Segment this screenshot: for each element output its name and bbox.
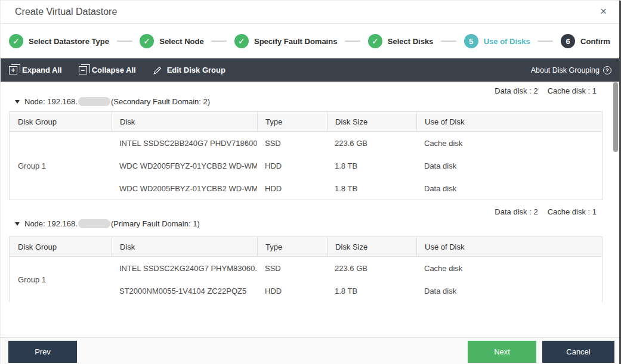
step-connector (537, 41, 553, 42)
size-cell: 223.6 GB (327, 264, 416, 273)
about-disk-grouping-link[interactable]: About Disk Grouping ? (531, 66, 611, 74)
disk-group-table: Disk Group Disk Type Disk Size Use of Di… (9, 111, 603, 200)
disk-group-table: Disk Group Disk Type Disk Size Use of Di… (9, 237, 603, 302)
step-use-of-disks[interactable]: 5 Use of Disks (464, 34, 530, 48)
disk-counts: Data disk : 2 Cache disk : 1 (495, 207, 597, 216)
type-cell: SSD (257, 264, 327, 273)
step-connector (441, 41, 456, 42)
step-number-badge: 5 (464, 34, 478, 48)
column-header-type: Type (257, 112, 327, 131)
size-cell: 1.8 TB (327, 184, 416, 193)
node-section-header: Node: 192.168.(Primary Fault Domain: 1) … (1, 200, 621, 237)
step-label: Use of Disks (484, 37, 530, 46)
disk-counts: Data disk : 2 Cache disk : 1 (495, 86, 597, 95)
column-header-disk: Disk (112, 112, 257, 131)
type-cell: HDD (257, 184, 327, 193)
step-number-badge: 6 (561, 34, 575, 48)
data-disk-count: Data disk : 2 (495, 86, 537, 95)
collapse-all-label: Collapse All (92, 66, 136, 74)
prev-button[interactable]: Prev (8, 341, 77, 363)
collapse-all-button[interactable]: − Collapse All (79, 66, 136, 74)
node-label: Node: 192.168. (24, 219, 78, 228)
step-label: Select Disks (388, 37, 434, 46)
column-header-disk-group: Disk Group (10, 112, 112, 131)
node-toggle[interactable]: Node: 192.168.(Secondary Fault Domain: 2… (15, 97, 210, 106)
disk-cell: WDC WD2005FBYZ-01YCBB2 WD-WM... (112, 161, 257, 170)
table-body: Group 1 INTEL SSDSC2BB240G7 PHDV718600..… (10, 132, 602, 200)
step-select-datastore-type[interactable]: ✓ Select Datastore Type (9, 34, 109, 48)
edit-pencil-icon (153, 66, 162, 75)
group-name-cell: Group 1 (10, 257, 112, 302)
step-connector (345, 41, 360, 42)
type-cell: HDD (257, 161, 327, 170)
use-cell: Cache disk (416, 139, 602, 148)
chevron-down-icon (15, 100, 20, 104)
collapse-all-icon: − (79, 66, 87, 74)
dialog-footer: Prev Next Cancel (1, 337, 621, 364)
wizard-steps: ✓ Select Datastore Type ✓ Select Node ✓ … (1, 24, 621, 58)
node-toggle[interactable]: Node: 192.168.(Primary Fault Domain: 1) (15, 219, 200, 228)
node-domain-label: (Primary Fault Domain: 1) (111, 219, 200, 228)
use-cell: Data disk (416, 161, 602, 170)
cache-disk-count: Cache disk : 1 (548, 207, 597, 216)
create-virtual-datastore-dialog: Create Virtual Datastore × ✓ Select Data… (0, 0, 621, 364)
step-confirm[interactable]: 6 Confirm (561, 34, 610, 48)
node-label: Node: 192.168. (24, 97, 78, 106)
close-icon[interactable]: × (600, 1, 607, 22)
use-cell: Data disk (416, 184, 602, 193)
node-section-primary: Node: 192.168.(Primary Fault Domain: 1) … (1, 200, 621, 302)
cancel-button[interactable]: Cancel (542, 341, 614, 363)
table-row: WDC WD2005FBYZ-01YCBB2 WD-WM... HDD 1.8 … (112, 177, 602, 200)
about-disk-grouping-label: About Disk Grouping (531, 66, 600, 74)
group-name-cell: Group 1 (10, 132, 112, 200)
table-row: ST2000NM0055-1V4104 ZC22PQZ5 HDD 1.8 TB … (112, 279, 602, 302)
next-button[interactable]: Next (468, 341, 536, 363)
edit-disk-group-label: Edit Disk Group (167, 66, 225, 74)
disk-cell: ST2000NM0055-1V4104 ZC22PQZ5 (112, 287, 257, 295)
step-select-disks[interactable]: ✓ Select Disks (368, 34, 434, 48)
scrollbar-thumb[interactable] (613, 82, 618, 152)
redacted-ip (78, 219, 110, 228)
redacted-ip (78, 97, 110, 106)
step-connector (211, 41, 227, 42)
check-icon: ✓ (140, 34, 154, 48)
dialog-header: Create Virtual Datastore × (1, 1, 621, 24)
type-cell: SSD (257, 139, 327, 148)
chevron-down-icon (15, 222, 20, 226)
size-cell: 223.6 GB (327, 139, 416, 148)
step-select-node[interactable]: ✓ Select Node (140, 34, 203, 48)
node-section-secondary: Node: 192.168.(Secondary Fault Domain: 2… (1, 82, 621, 200)
step-connector (117, 41, 132, 42)
edit-disk-group-button[interactable]: Edit Disk Group (153, 66, 225, 75)
step-label: Confirm (580, 37, 610, 46)
node-domain-label: (Secondary Fault Domain: 2) (111, 97, 210, 106)
column-header-disk-size: Disk Size (327, 237, 416, 256)
step-label: Specify Fault Domains (254, 37, 337, 46)
step-specify-fault-domains[interactable]: ✓ Specify Fault Domains (234, 34, 337, 48)
disk-group-toolbar: + Expand All − Collapse All Edit Disk Gr… (1, 58, 621, 82)
column-header-type: Type (257, 237, 327, 256)
table-body: Group 1 INTEL SSDSC2KG240G7 PHYM83060...… (10, 257, 602, 302)
use-cell: Cache disk (416, 264, 602, 273)
disk-cell: INTEL SSDSC2BB240G7 PHDV718600... (112, 139, 257, 148)
disk-cell: INTEL SSDSC2KG240G7 PHYM83060... (112, 264, 257, 273)
table-header-row: Disk Group Disk Type Disk Size Use of Di… (10, 237, 602, 257)
expand-all-button[interactable]: + Expand All (9, 66, 62, 74)
disk-cell: WDC WD2005FBYZ-01YCBB2 WD-WM... (112, 184, 257, 193)
data-disk-count: Data disk : 2 (495, 207, 537, 216)
table-header-row: Disk Group Disk Type Disk Size Use of Di… (10, 112, 602, 132)
column-header-disk: Disk (112, 237, 257, 256)
node-section-header: Node: 192.168.(Secondary Fault Domain: 2… (1, 82, 621, 111)
expand-all-label: Expand All (22, 66, 62, 74)
check-icon: ✓ (234, 34, 249, 48)
table-row: INTEL SSDSC2BB240G7 PHDV718600... SSD 22… (112, 132, 602, 154)
size-cell: 1.8 TB (327, 161, 416, 170)
page-title: Create Virtual Datastore (15, 1, 117, 23)
column-header-disk-group: Disk Group (10, 237, 112, 256)
check-icon: ✓ (368, 34, 382, 48)
type-cell: HDD (257, 287, 327, 295)
column-header-disk-size: Disk Size (327, 112, 416, 131)
column-header-use-of-disk: Use of Disk (416, 237, 602, 256)
expand-all-icon: + (9, 66, 17, 74)
use-cell: Data disk (416, 287, 602, 295)
